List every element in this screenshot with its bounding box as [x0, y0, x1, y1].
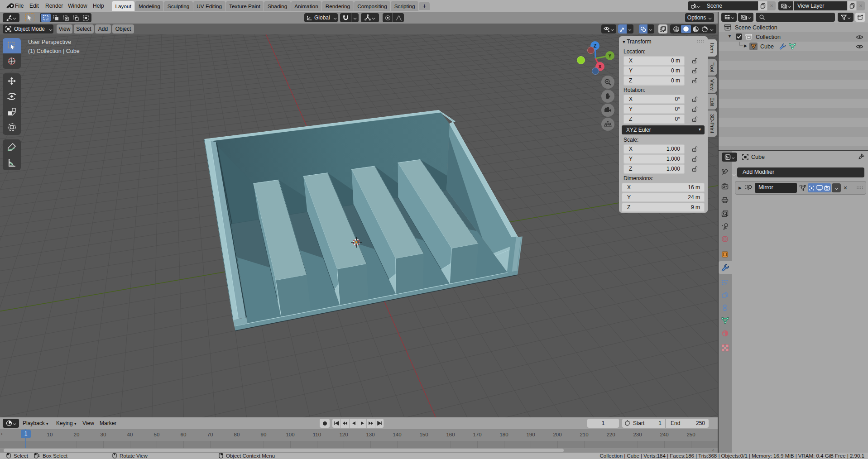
- svg-text:Y: Y: [608, 53, 612, 58]
- svg-text:X: X: [598, 64, 602, 69]
- svg-text:Z: Z: [594, 43, 597, 48]
